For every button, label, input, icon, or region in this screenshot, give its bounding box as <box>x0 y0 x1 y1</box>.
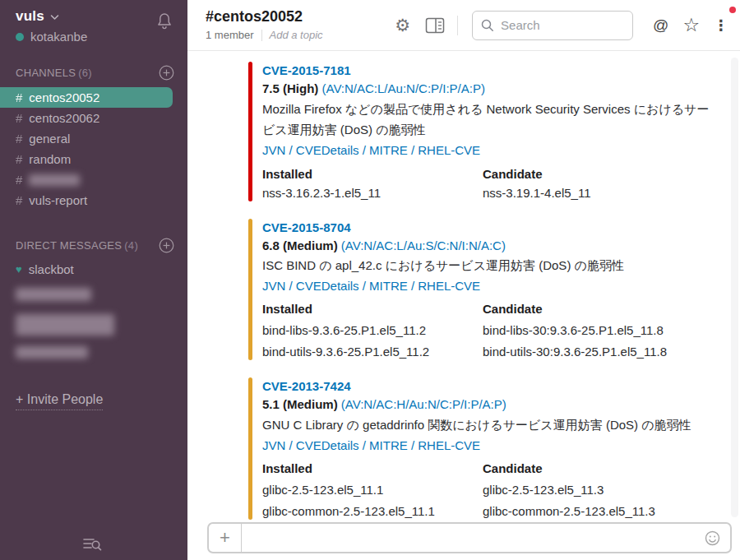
scrollbar[interactable] <box>731 58 738 517</box>
jvn-link[interactable]: JVN <box>262 438 285 452</box>
chevron-down-icon <box>50 14 59 21</box>
jvn-link[interactable]: JVN <box>262 143 285 157</box>
header-subdivider <box>261 30 262 41</box>
cvss-vector-link[interactable]: (AV:N/AC:L/Au:S/C:N/I:N/A:C) <box>341 238 506 252</box>
installed-value: glibc-common-2.5-123.el5_11.1 <box>262 502 483 520</box>
channel-search-icon[interactable] <box>81 534 104 553</box>
jvn-link[interactable]: JVN <box>262 279 285 293</box>
mentions-icon[interactable]: @ <box>653 16 668 35</box>
gear-icon[interactable]: ⚙ <box>395 16 410 34</box>
channel-title[interactable]: #centos20052 <box>206 8 323 26</box>
dm-name: slackbot <box>29 262 74 276</box>
channel-name: random <box>29 152 71 166</box>
channels-header[interactable]: CHANNELS(6) <box>16 67 92 79</box>
cvss-vector-link[interactable]: (AV:N/AC:H/Au:N/C:P/I:P/A:P) <box>341 397 506 411</box>
dm-item-slackbot[interactable]: ♥ slackbot <box>0 259 187 280</box>
cvss-score: 5.1 (Medium) <box>262 397 338 411</box>
installed-value: bind-utils-9.3.6-25.P1.el5_11.2 <box>262 343 483 360</box>
candidate-value: bind-libs-30:9.3.6-25.P1.el5_11.8 <box>483 322 667 339</box>
attach-file-button[interactable]: + <box>209 524 242 552</box>
cvss-score: 6.8 (Medium) <box>262 238 338 252</box>
installed-label: Installed <box>262 460 483 477</box>
cvss-score: 7.5 (High) <box>262 81 318 95</box>
cvedetails-link[interactable]: CVEDetails <box>296 279 359 293</box>
cve-description: Mozilla Firefox などの製品で使用される Network Secu… <box>262 99 716 141</box>
dm-item-redacted[interactable] <box>16 314 114 336</box>
cvss-vector-link[interactable]: (AV:N/AC:L/Au:N/C:P/I:P/A:P) <box>322 81 485 95</box>
flexpane-toggle-icon[interactable] <box>425 17 445 34</box>
search-box[interactable] <box>472 11 633 40</box>
message-pane: CVE-2015-7181 7.5 (High) (AV:N/AC:L/Au:N… <box>187 51 740 560</box>
cvedetails-link[interactable]: CVEDetails <box>296 143 359 157</box>
mitre-link[interactable]: MITRE <box>369 438 408 452</box>
severity-bar <box>248 377 252 520</box>
severity-bar <box>248 62 252 201</box>
cve-description: ISC BIND の apl_42.c におけるサービス運用妨害 (DoS) の… <box>262 255 667 276</box>
add-dm-icon[interactable] <box>159 238 174 253</box>
message-attachment: CVE-2015-8704 6.8 (Medium) (AV:N/AC:L/Au… <box>248 219 724 361</box>
search-icon <box>481 19 494 32</box>
sidebar: vuls kotakanbe CHANNELS(6) # centos20052 <box>0 0 187 560</box>
add-channel-icon[interactable] <box>159 65 174 81</box>
channel-name: centos20052 <box>29 90 99 104</box>
severity-bar <box>248 219 252 361</box>
cve-link[interactable]: CVE-2013-7424 <box>262 377 691 395</box>
candidate-value: glibc-common-2.5-123.el5_11.3 <box>483 502 691 520</box>
installed-value: glibc-2.5-123.el5_11.1 <box>262 481 483 498</box>
channel-header: #centos20052 1 member Add a topic ⚙ <box>187 0 740 51</box>
rhel-cve-link[interactable]: RHEL-CVE <box>418 279 480 293</box>
candidate-value: bind-utils-30:9.3.6-25.P1.el5_11.8 <box>483 343 667 360</box>
message-composer: + <box>187 522 740 560</box>
candidate-label: Candidate <box>483 300 667 317</box>
candidate-label: Candidate <box>483 165 716 183</box>
rhel-cve-link[interactable]: RHEL-CVE <box>418 438 480 452</box>
installed-value: nss-3.16.2.3-1.el5_11 <box>262 184 483 201</box>
user-name: kotakanbe <box>30 30 87 44</box>
main-panel: #centos20052 1 member Add a topic ⚙ <box>187 0 740 560</box>
dm-item-redacted[interactable] <box>16 346 88 359</box>
presence-dot <box>16 33 24 41</box>
notification-dot <box>729 7 736 13</box>
installed-label: Installed <box>262 300 483 317</box>
cvedetails-link[interactable]: CVEDetails <box>296 438 359 452</box>
mitre-link[interactable]: MITRE <box>369 279 408 293</box>
cve-link[interactable]: CVE-2015-8704 <box>262 219 667 236</box>
message-input[interactable] <box>242 524 705 552</box>
mitre-link[interactable]: MITRE <box>369 143 408 157</box>
channel-list: # centos20052 # centos20062 # general # … <box>0 87 187 211</box>
heart-icon: ♥ <box>16 263 22 275</box>
slack-app: vuls kotakanbe CHANNELS(6) # centos20052 <box>0 0 740 560</box>
installed-label: Installed <box>262 165 483 183</box>
dm-header[interactable]: DIRECT MESSAGES(4) <box>16 239 138 252</box>
rhel-cve-link[interactable]: RHEL-CVE <box>418 143 480 157</box>
invite-people-button[interactable]: + Invite People <box>16 392 103 410</box>
star-icon[interactable]: ☆ <box>682 16 700 35</box>
team-menu[interactable]: vuls <box>16 8 174 25</box>
sidebar-item-centos20052[interactable]: # centos20052 <box>0 87 173 108</box>
cve-description: GNU C Library の getaddrinfo 関数におけるサービス運用… <box>262 414 691 436</box>
candidate-value: glibc-2.5-123.el5_11.3 <box>483 481 691 498</box>
dm-item-redacted[interactable] <box>16 288 91 301</box>
add-topic-button[interactable]: Add a topic <box>270 29 323 42</box>
sidebar-item-vuls-report[interactable]: # vuls-report <box>0 190 187 211</box>
member-count[interactable]: 1 member <box>206 29 254 42</box>
candidate-label: Candidate <box>483 460 691 477</box>
dm-list: ♥ slackbot <box>0 259 187 362</box>
sidebar-item-redacted[interactable]: # <box>0 169 187 190</box>
installed-value: bind-libs-9.3.6-25.P1.el5_11.2 <box>262 322 483 339</box>
emoji-icon[interactable] <box>705 530 720 546</box>
sidebar-item-random[interactable]: # random <box>0 149 187 169</box>
candidate-value: nss-3.19.1-4.el5_11 <box>483 184 716 201</box>
message-attachment: CVE-2015-7181 7.5 (High) (AV:N/AC:L/Au:N… <box>248 62 724 201</box>
team-name: vuls <box>16 8 44 25</box>
message-attachment: CVE-2013-7424 5.1 (Medium) (AV:N/AC:H/Au… <box>248 377 724 520</box>
current-user[interactable]: kotakanbe <box>16 30 174 44</box>
channel-name: general <box>29 132 70 146</box>
more-options-icon[interactable]: ⋮ <box>714 16 728 35</box>
sidebar-item-general[interactable]: # general <box>0 128 187 149</box>
redacted-channel-name <box>29 174 80 186</box>
sidebar-item-centos20062[interactable]: # centos20062 <box>0 108 187 128</box>
search-input[interactable] <box>501 18 616 32</box>
cve-link[interactable]: CVE-2015-7181 <box>262 62 716 79</box>
bell-icon[interactable] <box>156 12 173 30</box>
